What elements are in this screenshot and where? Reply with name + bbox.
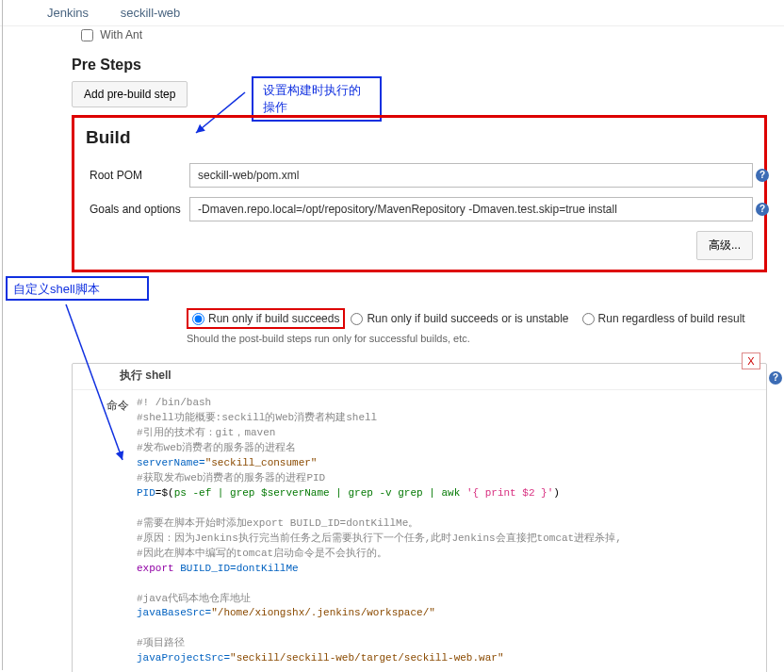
root-pom-label: Root POM (86, 169, 189, 182)
goals-label: Goals and options (86, 203, 189, 216)
with-ant-checkbox[interactable] (81, 29, 93, 41)
build-section-highlight: Build Root POM ? Goals and options ? 高级.… (72, 115, 767, 272)
annotation-custom-shell: 自定义shell脚本 (6, 276, 149, 301)
execute-shell-section: X ? 执行 shell 命令 #! /bin/bash #shell功能概要:… (72, 363, 767, 672)
pre-steps-title: Pre Steps (72, 57, 767, 74)
breadcrumb-jenkins[interactable]: Jenkins (47, 6, 89, 20)
breadcrumb: Jenkins seckill-web (0, 0, 784, 26)
help-icon[interactable]: ? (756, 169, 769, 182)
post-steps-hint: Should the post-build steps run only for… (187, 333, 767, 344)
shell-command-textarea[interactable]: #! /bin/bash #shell功能概要:seckill的Web消费者构建… (137, 396, 759, 672)
with-ant-label: With Ant (100, 28, 142, 41)
post-step-option-highlight: Run only if build succeeds (187, 308, 345, 329)
post-steps-radio-group: Run only if build succeeds Run only if b… (187, 308, 767, 329)
radio-succeeds[interactable] (192, 313, 204, 325)
shell-command-label: 命令 (80, 396, 137, 672)
shell-title: 执行 shell (120, 368, 172, 384)
goals-input[interactable] (189, 197, 753, 221)
root-pom-input[interactable] (189, 163, 753, 188)
help-icon[interactable]: ? (756, 203, 769, 216)
radio-regardless-label: Run regardless of build result (598, 312, 745, 325)
advanced-button[interactable]: 高级... (696, 231, 753, 260)
post-steps-title: Post Steps (72, 284, 767, 301)
with-ant-option: With Ant (72, 26, 767, 47)
radio-unstable[interactable] (351, 313, 363, 325)
help-icon[interactable]: ? (769, 371, 782, 385)
add-pre-build-step-button[interactable]: Add pre-build step (72, 81, 188, 107)
radio-unstable-label: Run only if build succeeds or is unstabl… (367, 312, 568, 325)
breadcrumb-project[interactable]: seckill-web (121, 6, 181, 20)
radio-regardless[interactable] (582, 313, 595, 325)
build-title: Build (86, 127, 753, 148)
radio-succeeds-label: Run only if build succeeds (208, 312, 339, 325)
